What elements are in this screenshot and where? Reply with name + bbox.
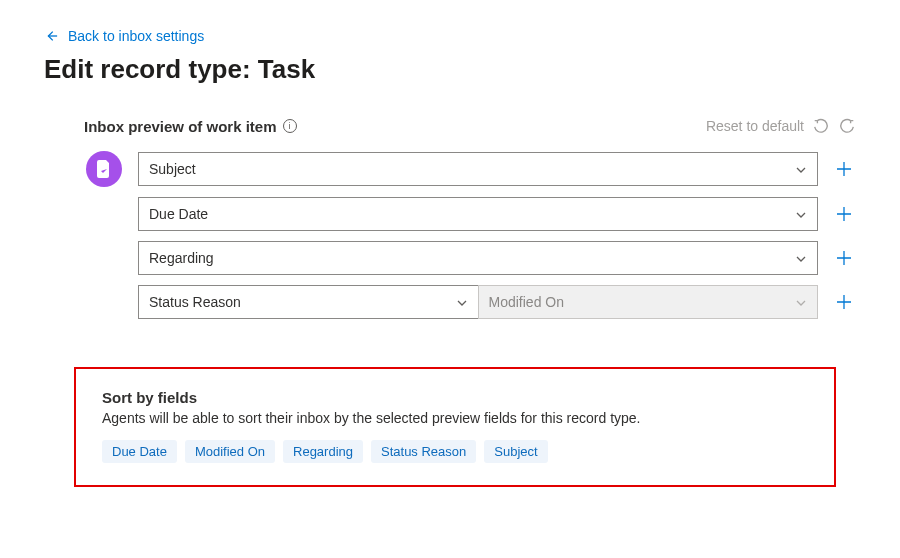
sort-description: Agents will be able to sort their inbox …: [102, 410, 808, 426]
sort-chip[interactable]: Regarding: [283, 440, 363, 463]
preview-row: Status Reason Modified On: [84, 285, 856, 319]
preview-section-label: Inbox preview of work item i: [84, 118, 297, 135]
back-link-label: Back to inbox settings: [68, 28, 204, 44]
select-value: Subject: [149, 161, 196, 177]
select-value: Due Date: [149, 206, 208, 222]
add-field-button[interactable]: [832, 290, 856, 314]
arrow-left-icon: [44, 29, 58, 43]
sort-by-fields-section: Sort by fields Agents will be able to so…: [74, 367, 836, 487]
preview-field-select[interactable]: Regarding: [138, 241, 818, 275]
record-type-badge: [86, 151, 122, 187]
preview-row: Subject: [84, 151, 856, 187]
preview-field-secondary-select: Modified On: [478, 285, 819, 319]
reset-to-default-button[interactable]: Reset to default: [706, 118, 804, 134]
sort-chip[interactable]: Modified On: [185, 440, 275, 463]
add-field-button[interactable]: [832, 157, 856, 181]
preview-section-text: Inbox preview of work item: [84, 118, 277, 135]
preview-field-select[interactable]: Due Date: [138, 197, 818, 231]
chevron-down-icon: [795, 163, 807, 175]
sort-chip[interactable]: Status Reason: [371, 440, 476, 463]
add-field-button[interactable]: [832, 246, 856, 270]
preview-row: Due Date: [84, 197, 856, 231]
chevron-down-icon: [795, 252, 807, 264]
add-field-button[interactable]: [832, 202, 856, 226]
preview-row: Regarding: [84, 241, 856, 275]
preview-field-select[interactable]: Status Reason: [138, 285, 479, 319]
sort-chip[interactable]: Due Date: [102, 440, 177, 463]
select-value: Modified On: [489, 294, 564, 310]
chevron-down-icon: [456, 296, 468, 308]
sort-chip[interactable]: Subject: [484, 440, 547, 463]
page-title: Edit record type: Task: [44, 54, 856, 85]
sort-chips-container: Due Date Modified On Regarding Status Re…: [102, 440, 808, 463]
sort-title: Sort by fields: [102, 389, 808, 406]
select-value: Status Reason: [149, 294, 241, 310]
info-icon[interactable]: i: [283, 119, 297, 133]
redo-icon[interactable]: [838, 117, 856, 135]
chevron-down-icon: [795, 296, 807, 308]
back-link[interactable]: Back to inbox settings: [44, 28, 204, 44]
chevron-down-icon: [795, 208, 807, 220]
undo-icon[interactable]: [812, 117, 830, 135]
preview-field-select[interactable]: Subject: [138, 152, 818, 186]
select-value: Regarding: [149, 250, 214, 266]
